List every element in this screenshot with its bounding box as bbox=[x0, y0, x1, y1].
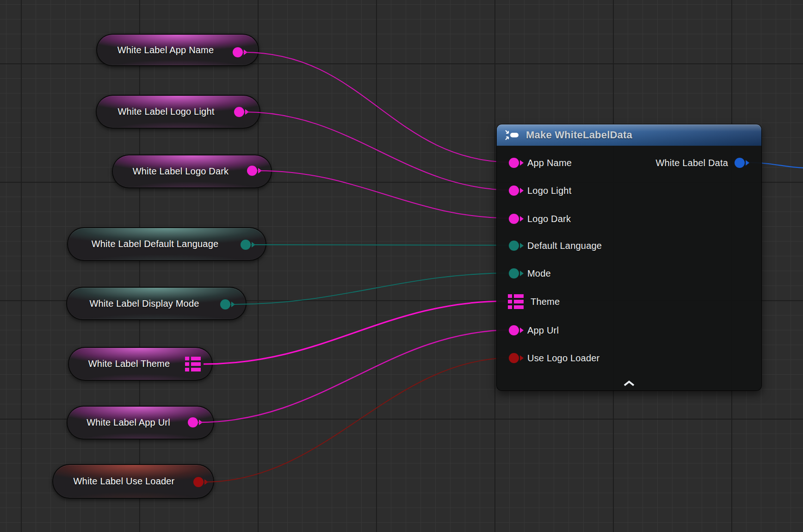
chevron-up-icon bbox=[623, 380, 635, 387]
input-pin-label: Mode bbox=[527, 268, 551, 279]
wire[interactable] bbox=[204, 301, 506, 364]
output-pin-row: White Label Data bbox=[655, 156, 745, 170]
wire[interactable] bbox=[245, 112, 513, 190]
input-pin[interactable] bbox=[509, 158, 519, 168]
getter-node-app-name[interactable]: White Label App Name bbox=[96, 34, 259, 66]
input-pin[interactable] bbox=[509, 268, 519, 278]
input-pin-row: Logo Light bbox=[509, 184, 571, 198]
input-pin-row: Logo Dark bbox=[509, 212, 571, 226]
make-struct-icon bbox=[504, 129, 520, 141]
wire[interactable] bbox=[243, 52, 513, 162]
getter-output-pin[interactable] bbox=[241, 240, 251, 250]
getter-output-pin[interactable] bbox=[247, 166, 257, 176]
getter-output-pin[interactable] bbox=[193, 477, 204, 487]
getter-node-display-mode[interactable]: White Label Display Mode bbox=[66, 287, 247, 320]
getter-node-label: White Label App Url bbox=[86, 417, 170, 428]
input-pin[interactable] bbox=[509, 353, 519, 363]
input-pin-row: Theme bbox=[508, 295, 560, 309]
getter-output-pin[interactable] bbox=[233, 47, 243, 57]
getter-node-logo-light[interactable]: White Label Logo Light bbox=[96, 95, 260, 129]
input-pin-row: Use Logo Loader bbox=[509, 351, 599, 365]
wire[interactable] bbox=[251, 245, 513, 245]
input-pin-row: App Url bbox=[509, 323, 559, 337]
getter-node-label: White Label Logo Light bbox=[118, 106, 215, 117]
getter-node-label: White Label Use Loader bbox=[74, 476, 175, 487]
output-pin[interactable] bbox=[735, 158, 745, 168]
make-whitelabeldata-node[interactable]: Make WhiteLabelData App NameLogo LightLo… bbox=[496, 124, 762, 391]
input-pin-label: Default Language bbox=[527, 241, 602, 251]
getter-node-default-language[interactable]: White Label Default Language bbox=[67, 227, 266, 261]
input-pin-label: Use Logo Loader bbox=[527, 353, 599, 364]
wire[interactable] bbox=[198, 330, 513, 422]
wire[interactable] bbox=[258, 171, 513, 218]
graph-canvas[interactable]: Make WhiteLabelData App NameLogo LightLo… bbox=[0, 0, 803, 532]
getter-node-use-loader[interactable]: White Label Use Loader bbox=[52, 464, 214, 499]
getter-output-pin[interactable] bbox=[220, 299, 230, 309]
wire[interactable] bbox=[231, 273, 513, 304]
input-pin-label: App Name bbox=[527, 158, 572, 168]
input-pin-row: Mode bbox=[509, 266, 551, 280]
getter-output-pin[interactable] bbox=[234, 107, 244, 117]
collapse-node-button[interactable] bbox=[621, 379, 637, 388]
node-header[interactable]: Make WhiteLabelData bbox=[497, 124, 761, 146]
input-pin[interactable] bbox=[509, 241, 519, 251]
getter-node-logo-dark[interactable]: White Label Logo Dark bbox=[112, 155, 272, 188]
getter-output-pin[interactable] bbox=[188, 417, 198, 427]
input-pin-label: Logo Dark bbox=[527, 214, 571, 224]
struct-pin-icon[interactable] bbox=[185, 357, 201, 371]
getter-node-label: White Label Display Mode bbox=[89, 298, 199, 309]
input-pin-row: App Name bbox=[509, 156, 572, 170]
input-pin[interactable] bbox=[509, 325, 519, 335]
getter-node-label: White Label Theme bbox=[88, 359, 170, 369]
input-pin-row: Default Language bbox=[509, 239, 602, 253]
getter-node-app-url[interactable]: White Label App Url bbox=[67, 406, 214, 439]
node-title: Make WhiteLabelData bbox=[526, 129, 632, 141]
getter-node-label: White Label Logo Dark bbox=[133, 166, 229, 177]
getter-node-label: White Label App Name bbox=[117, 45, 214, 56]
input-pin-label: Logo Light bbox=[527, 186, 571, 196]
input-pin[interactable] bbox=[509, 214, 519, 224]
struct-pin-icon[interactable] bbox=[508, 294, 524, 309]
wire[interactable] bbox=[204, 358, 513, 482]
getter-node-label: White Label Default Language bbox=[92, 239, 219, 249]
output-pin-label: White Label Data bbox=[655, 158, 728, 168]
getter-node-theme[interactable]: White Label Theme bbox=[68, 347, 213, 381]
input-pin-label: Theme bbox=[531, 297, 560, 307]
input-pin[interactable] bbox=[509, 186, 519, 196]
input-pin-label: App Url bbox=[527, 325, 559, 336]
